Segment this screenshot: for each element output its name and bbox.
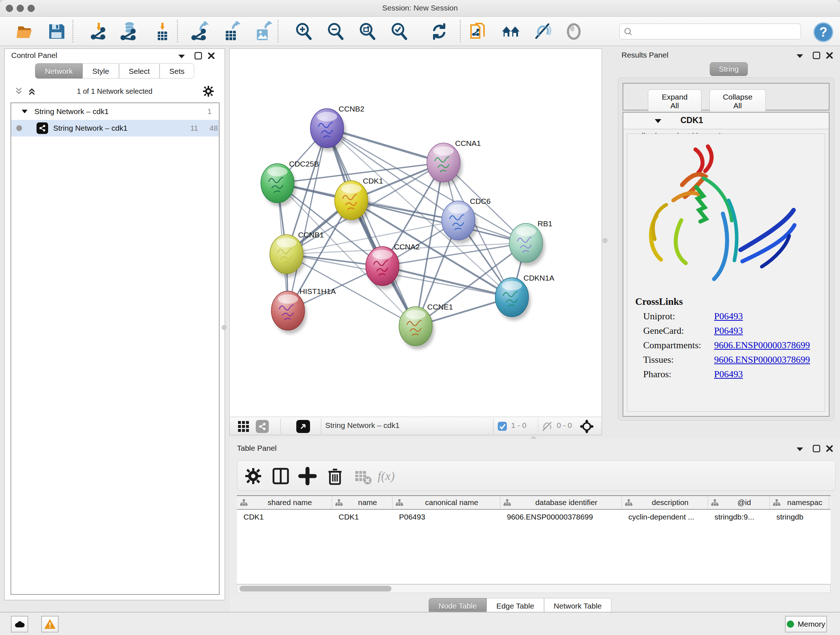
selected-checkbox-icon[interactable] <box>497 421 507 431</box>
add-column-icon[interactable] <box>298 467 317 486</box>
birds-eye-view-icon[interactable] <box>296 420 310 433</box>
table-cell[interactable]: 9606.ENSP00000378699 <box>500 513 622 521</box>
tab-node-table[interactable]: Node Table <box>429 598 486 613</box>
column-header-shared-name[interactable]: shared name <box>237 496 332 509</box>
home-icon[interactable] <box>501 21 521 42</box>
clone-network-icon[interactable] <box>468 21 488 42</box>
tab-sets[interactable]: Sets <box>159 63 194 79</box>
refresh-icon[interactable] <box>429 21 449 42</box>
network-collection-row[interactable]: String Network – cdk1 1 <box>11 103 219 120</box>
node-CDC6[interactable]: CDC6 <box>442 197 491 244</box>
options-gear-icon[interactable] <box>203 86 214 97</box>
node-HIST1H1A[interactable]: HIST1H1A <box>271 287 336 334</box>
scrollbar-thumb[interactable] <box>240 586 392 592</box>
crosslink-link[interactable]: 9606.ENSP00000378699 <box>714 355 810 365</box>
column-header-name[interactable]: name <box>332 496 393 509</box>
table-cell[interactable]: stringdb <box>770 513 829 521</box>
table-gear-icon[interactable] <box>244 467 263 486</box>
open-session-icon[interactable] <box>15 21 35 42</box>
save-session-icon[interactable] <box>46 21 66 42</box>
crosslink-link[interactable]: P06493 <box>714 311 743 321</box>
crosslink-link[interactable]: P06493 <box>714 325 743 336</box>
right-splitter-handle[interactable] <box>603 238 607 243</box>
grid-view-icon[interactable] <box>238 421 249 432</box>
crosslink-link[interactable]: 9606.ENSP00000378699 <box>714 340 810 350</box>
table-cell[interactable]: CDK1 <box>332 513 393 521</box>
tab-style[interactable]: Style <box>82 63 119 79</box>
export-network-icon[interactable] <box>189 21 210 42</box>
edge-CCNB2-CCNE1[interactable] <box>327 128 416 326</box>
zoom-selected-icon[interactable] <box>388 21 409 42</box>
column-header-canonical-name[interactable]: canonical name <box>393 496 500 509</box>
column-header--id[interactable]: @id <box>708 496 770 509</box>
cloud-button[interactable] <box>11 616 28 632</box>
warnings-button[interactable] <box>41 616 58 632</box>
import-network-from-database-icon[interactable] <box>118 21 139 42</box>
node-CCNB2[interactable]: CCNB2 <box>310 105 364 151</box>
crosslink-link[interactable]: P06493 <box>714 369 743 379</box>
show-panel-icon[interactable] <box>564 21 584 42</box>
node-label-CCNA2: CCNA2 <box>394 242 420 251</box>
table-cell[interactable]: stringdb:9... <box>708 513 770 521</box>
network-canvas[interactable]: CCNB2CCNA1CDC25BCDK1CDC6RB1CCNB1CCNA2CDK… <box>230 49 602 416</box>
edge-CCNA2-CDKN1A[interactable] <box>382 266 512 297</box>
float-panel-icon[interactable] <box>813 445 821 453</box>
collection-expand-icon[interactable] <box>21 109 28 114</box>
panel-menu-icon[interactable] <box>796 447 804 452</box>
close-panel-icon[interactable] <box>207 52 215 60</box>
close-panel-icon[interactable] <box>826 51 834 59</box>
hide-panel-icon[interactable] <box>532 21 553 42</box>
network-row[interactable]: String Network – cdk1 11 48 <box>11 120 219 136</box>
table-row[interactable]: CDK1CDK1P064939606.ENSP00000378699cyclin… <box>237 510 831 524</box>
delete-table-icon[interactable] <box>353 467 372 486</box>
hidden-eye-icon[interactable] <box>542 421 553 432</box>
edge-CCNB2-HIST1H1A[interactable] <box>288 128 327 310</box>
table-cell[interactable]: CDK1 <box>237 513 332 521</box>
help-icon[interactable]: ? <box>813 22 834 42</box>
panel-menu-icon[interactable] <box>178 54 186 59</box>
gene-entry-body: CrossLinks Uniprot:P06493GeneCard:P06493… <box>627 134 825 412</box>
expand-all-button[interactable]: Expand All <box>648 89 701 113</box>
entry-expand-icon[interactable] <box>654 119 662 124</box>
network-app-icon[interactable] <box>256 420 269 433</box>
column-header-description[interactable]: description <box>622 496 708 509</box>
float-panel-icon[interactable] <box>813 51 821 59</box>
table-cell[interactable]: P06493 <box>393 513 500 521</box>
string-network-icon <box>36 122 48 134</box>
apply-function-icon[interactable]: f(x) <box>378 467 409 486</box>
close-panel-icon[interactable] <box>826 445 834 453</box>
zoom-in-icon[interactable] <box>293 21 313 42</box>
column-header-namespac[interactable]: namespac <box>770 496 829 509</box>
node-CCNE1[interactable]: CCNE1 <box>399 302 453 349</box>
import-table-icon[interactable] <box>152 21 172 42</box>
node-CCNA1[interactable]: CCNA1 <box>427 139 481 186</box>
memory-button[interactable]: Memory <box>785 616 827 632</box>
float-panel-icon[interactable] <box>194 52 202 60</box>
node-CDC25B[interactable]: CDC25B <box>261 160 319 206</box>
table-horizontal-scrollbar[interactable] <box>237 584 831 593</box>
panel-menu-icon[interactable] <box>796 54 804 59</box>
table-cell[interactable]: cyclin-dependent ... <box>622 513 708 521</box>
node-CDK1[interactable]: CDK1 <box>335 177 383 223</box>
collapse-all-button[interactable]: Collapse All <box>709 89 766 113</box>
tab-select[interactable]: Select <box>119 63 159 79</box>
node-RB1[interactable]: RB1 <box>509 219 553 266</box>
pan-crosshair-icon[interactable] <box>580 420 594 433</box>
gene-entry-header[interactable]: CDK1 <box>623 112 829 129</box>
tab-network-table[interactable]: Network Table <box>544 598 612 613</box>
zoom-fit-icon[interactable] <box>357 21 377 42</box>
zoom-out-icon[interactable] <box>325 21 345 42</box>
delete-column-icon[interactable] <box>325 467 344 486</box>
left-splitter-handle[interactable] <box>222 325 226 330</box>
export-image-icon[interactable] <box>253 21 273 42</box>
export-table-icon[interactable] <box>221 21 241 42</box>
node-CDKN1A[interactable]: CDKN1A <box>495 274 554 320</box>
show-columns-icon[interactable] <box>271 467 290 486</box>
tab-string[interactable]: String <box>710 62 748 76</box>
import-network-icon[interactable] <box>88 21 109 42</box>
node-label-CCNB1: CCNB1 <box>298 231 324 239</box>
search-input[interactable] <box>619 24 801 40</box>
column-header-database-identifier[interactable]: database identifier <box>500 496 622 509</box>
tab-network[interactable]: Network <box>35 63 82 79</box>
tab-edge-table[interactable]: Edge Table <box>486 598 544 613</box>
